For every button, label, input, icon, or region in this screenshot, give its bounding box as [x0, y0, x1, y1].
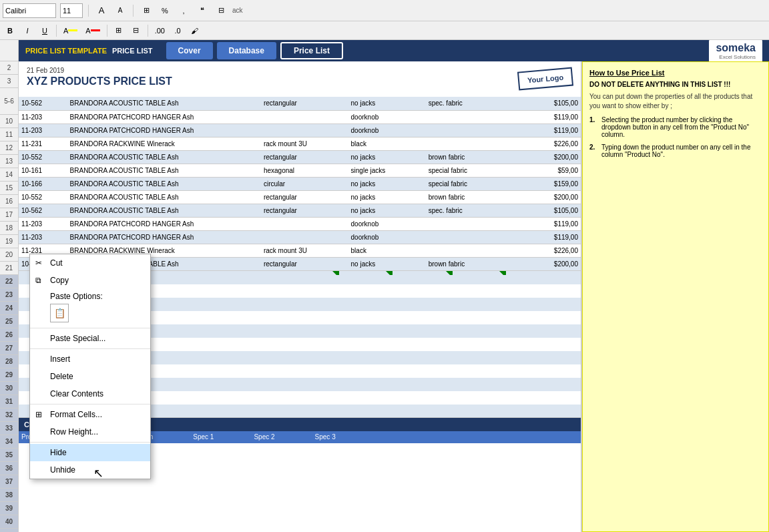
table-row[interactable]: 11-203BRANDORA PATCHCORD HANGER Ashdoork… — [19, 217, 581, 230]
nav-cover-btn[interactable]: Cover — [166, 42, 213, 59]
app-title: PRICE LIST TEMPLATE — [25, 47, 107, 55]
context-clear-contents[interactable]: Clear Contents — [30, 385, 150, 403]
table-row[interactable]: 10-562BRANDORA ACOUSTIC TABLE Ashrectang… — [19, 204, 581, 217]
table-row[interactable]: 11-203BRANDORA PATCHCORD HANGER Ashdoork… — [19, 110, 581, 123]
format-cells-icon: ⊞ — [35, 410, 42, 419]
table-row[interactable]: 10-161BRANDORA ACOUSTIC TABLE Ashhexagon… — [19, 164, 581, 177]
comma-btn[interactable]: , — [176, 3, 191, 18]
table-row[interactable]: 11-203BRANDORA PATCHCORD HANGER Ashdoork… — [19, 123, 581, 137]
context-cut[interactable]: ✂ Cut — [30, 254, 150, 272]
nav-pricelist-btn[interactable]: Price List — [280, 42, 343, 59]
row-num-39[interactable]: 39 — [0, 502, 18, 515]
toolbar-sep5 — [148, 25, 148, 37]
row-num-36[interactable]: 36 — [0, 462, 18, 475]
decimal-inc-btn[interactable]: .00 — [152, 23, 168, 38]
context-hide[interactable]: Hide — [30, 444, 150, 461]
decrease-font-btn[interactable]: A — [113, 3, 127, 18]
logo-placeholder: Your Logo — [517, 67, 573, 90]
table-cell: black — [348, 137, 426, 150]
table-row[interactable]: 10-552BRANDORA ACOUSTIC TABLE Ashrectang… — [19, 150, 581, 164]
table-cell: $200,00 — [513, 257, 581, 270]
increase-font-btn[interactable]: A — [94, 3, 109, 18]
nav-database-btn[interactable]: Database — [217, 42, 276, 59]
format-btn[interactable]: ⊞ — [139, 3, 154, 18]
row-num-27[interactable]: 27 — [0, 342, 18, 355]
row-num-23[interactable]: 23 — [0, 288, 18, 302]
quote-btn[interactable]: ❝ — [195, 3, 210, 18]
table-cell: doorknob — [348, 123, 426, 137]
ctx-sep3 — [30, 404, 150, 405]
table-row[interactable]: 11-203BRANDORA PATCHCORD HANGER Ashdoork… — [19, 230, 581, 244]
row-num-29[interactable]: 29 — [0, 368, 18, 382]
paste-special-label: Paste Special... — [50, 334, 105, 343]
row-num-33[interactable]: 33 — [0, 422, 18, 435]
row-num-41[interactable]: 41 — [0, 529, 18, 532]
percent-btn[interactable]: % — [158, 3, 172, 18]
row-num-28[interactable]: 28 — [0, 355, 18, 368]
hide-label: Hide — [50, 448, 67, 457]
row-num-10: 10 — [0, 115, 18, 128]
table-cell: no jacks — [348, 177, 426, 190]
context-copy[interactable]: ⧉ Copy — [30, 272, 150, 289]
underline-btn[interactable]: U — [37, 23, 52, 38]
row-num-40[interactable]: 40 — [0, 515, 18, 529]
row-num-37[interactable]: 37 — [0, 475, 18, 489]
table-row[interactable]: 10-552BRANDORA ACOUSTIC TABLE Ashrectang… — [19, 190, 581, 204]
decimal-dec-btn[interactable]: .0 — [170, 23, 185, 38]
doc-date: 21 Feb 2019 — [27, 67, 172, 74]
row-num-25[interactable]: 25 — [0, 315, 18, 328]
instructions-intro: You can put down the properties of all t… — [589, 92, 762, 111]
table-cell — [426, 230, 513, 244]
row-num-30[interactable]: 30 — [0, 382, 18, 395]
table-row[interactable]: 10-562BRANDORA ACOUSTIC TABLE Ashrectang… — [19, 97, 581, 110]
context-menu: ✂ Cut ⧉ Copy Paste Options: 📋 Paste Spec… — [29, 254, 151, 479]
table-cell: BRANDORA PATCHCORD HANGER Ash — [67, 217, 261, 230]
context-row-height[interactable]: Row Height... — [30, 423, 150, 441]
row-num-34[interactable]: 34 — [0, 435, 18, 449]
context-format-cells[interactable]: ⊞ Format Cells... — [30, 406, 150, 423]
wrap-btn[interactable]: ⊟ — [214, 3, 228, 18]
toolbar-row1: A A ⊞ % , ❝ ⊟ ack — [0, 0, 769, 21]
table-cell — [261, 217, 348, 230]
row-num-16: 16 — [0, 195, 18, 208]
font-name-input[interactable] — [3, 3, 56, 18]
row-num-26[interactable]: 26 — [0, 328, 18, 342]
cut-label: Cut — [50, 258, 63, 268]
context-insert[interactable]: Insert — [30, 350, 150, 368]
table-cell: special fabric — [426, 177, 513, 190]
data-table-container: 10-562BRANDORA ACOUSTIC TABLE Ashrectang… — [19, 97, 581, 271]
table-cell: 10-552 — [19, 190, 67, 204]
borders-btn[interactable]: ⊞ — [111, 23, 126, 38]
paste-options-label: Paste Options: — [50, 292, 142, 301]
row-num-22[interactable]: 22 — [0, 275, 18, 288]
table-cell: BRANDORA PATCHCORD HANGER Ash — [67, 110, 261, 123]
format-cells-label: Format Cells... — [50, 410, 102, 419]
font-color-btn[interactable]: A — [83, 23, 102, 38]
excel-shell: A A ⊞ % , ❝ ⊟ ack B I U A A ⊞ ⊟ .00 .0 🖌… — [0, 0, 769, 532]
paste-btn-1[interactable]: 📋 — [50, 304, 69, 322]
row-num-38[interactable]: 38 — [0, 489, 18, 502]
table-cell: $200,00 — [513, 150, 581, 164]
row-num-35[interactable]: 35 — [0, 449, 18, 462]
table-cell: $159,00 — [513, 177, 581, 190]
context-unhide[interactable]: Unhide — [30, 461, 150, 479]
context-delete[interactable]: Delete — [30, 368, 150, 385]
table-cell: circular — [261, 177, 348, 190]
highlight-color-btn[interactable]: A — [61, 23, 80, 38]
instructions-warning: DO NOT DELETE ANYTHING IN THIS LIST !!! — [589, 81, 762, 88]
context-paste-special[interactable]: Paste Special... — [30, 330, 150, 347]
ctx-sep1 — [30, 328, 150, 328]
merge-btn[interactable]: ⊟ — [129, 23, 144, 38]
row-num-32[interactable]: 32 — [0, 409, 18, 422]
step1-text: Selecting the product number by clicking… — [601, 116, 762, 138]
bold-btn[interactable]: B — [3, 23, 17, 38]
italic-btn[interactable]: I — [20, 23, 35, 38]
row-num-24[interactable]: 24 — [0, 302, 18, 315]
font-size-input[interactable] — [60, 3, 83, 18]
row-num-31[interactable]: 31 — [0, 395, 18, 409]
paint-btn[interactable]: 🖌 — [188, 23, 202, 38]
table-row[interactable]: 11-231BRANDORA RACKWINE Winerackrack mou… — [19, 137, 581, 150]
table-cell: no jacks — [348, 97, 426, 110]
table-cell: 11-203 — [19, 123, 67, 137]
table-row[interactable]: 10-166BRANDORA ACOUSTIC TABLE Ashcircula… — [19, 177, 581, 190]
